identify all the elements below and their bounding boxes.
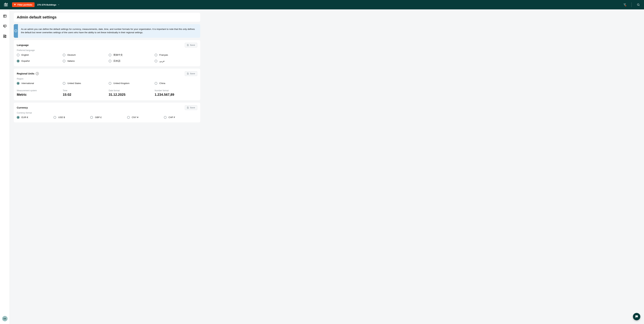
regional-kv-row: Measurement system Metric Time 15:02 Dat… bbox=[17, 90, 197, 96]
language-option[interactable]: 日本語 bbox=[109, 60, 151, 62]
regional-option-label: United Kingdom bbox=[113, 82, 130, 84]
language-option-label: English bbox=[22, 54, 29, 56]
regional-save-label: Save bbox=[190, 72, 195, 75]
title-card: Admin default settings bbox=[14, 13, 200, 22]
kv-number-value: 1.234.567,89 bbox=[155, 93, 197, 96]
kv-date-label: Date format bbox=[109, 90, 151, 92]
language-option-label: 简体中文 bbox=[113, 54, 123, 56]
avatar[interactable]: AA bbox=[2, 316, 8, 321]
table-icon bbox=[3, 14, 7, 18]
regional-option-label: United States bbox=[68, 82, 81, 84]
kv-date-value: 31.12.2025 bbox=[109, 93, 151, 96]
sidebar-nav-table[interactable] bbox=[2, 14, 8, 19]
currency-option-label: CHF ₣ bbox=[168, 116, 175, 118]
language-option[interactable]: 简体中文 bbox=[109, 54, 151, 56]
avatar-initials: AA bbox=[4, 318, 6, 320]
regional-card: Regional Units i Save Region Internation… bbox=[14, 68, 200, 100]
radio-indicator bbox=[155, 82, 157, 85]
regional-title: Regional Units bbox=[17, 72, 34, 75]
language-option[interactable]: Français bbox=[155, 54, 197, 56]
bookmarks-button[interactable] bbox=[622, 2, 628, 8]
svg-point-0 bbox=[637, 4, 639, 6]
regional-sublabel: Region bbox=[17, 78, 197, 80]
currency-option-label: USD $ bbox=[58, 116, 65, 118]
radio-indicator bbox=[63, 60, 66, 62]
currency-option[interactable]: CHF ₣ bbox=[164, 116, 197, 119]
radio-indicator bbox=[17, 82, 20, 85]
left-sidebar: AA bbox=[0, 10, 10, 324]
currency-option[interactable]: CNY ¥ bbox=[127, 116, 160, 119]
topbar: Filter portfolio 276 /276 Buildings bbox=[0, 0, 644, 10]
regional-option-label: International bbox=[22, 82, 34, 84]
currency-save-button[interactable]: Save bbox=[185, 105, 197, 110]
language-option[interactable]: Italiano bbox=[63, 60, 105, 62]
currency-option[interactable]: USD $ bbox=[54, 116, 87, 119]
currency-title: Currency bbox=[17, 106, 28, 109]
currency-option-label: GBP £ bbox=[95, 116, 102, 118]
kv-date: Date format 31.12.2025 bbox=[109, 90, 151, 96]
filter-portfolio-label: Filter portfolio bbox=[18, 4, 32, 6]
currency-option[interactable]: EUR € bbox=[17, 116, 50, 119]
regional-options: InternationalUnited StatesUnited Kingdom… bbox=[17, 82, 197, 85]
currency-option-label: CNY ¥ bbox=[132, 116, 138, 118]
radio-indicator bbox=[17, 54, 20, 56]
info-banner-text: As an admin you can define the default s… bbox=[18, 24, 200, 38]
language-option[interactable]: English bbox=[17, 54, 59, 56]
kv-measurement: Measurement system Metric bbox=[17, 90, 59, 96]
radio-indicator bbox=[155, 60, 157, 62]
shapes-icon bbox=[3, 34, 7, 38]
currency-option-label: EUR € bbox=[22, 116, 28, 118]
radio-indicator bbox=[109, 60, 111, 62]
chat-icon bbox=[635, 315, 638, 318]
building-count-text: 276 /276 Buildings bbox=[37, 4, 56, 6]
language-option[interactable]: Español bbox=[17, 60, 59, 62]
radio-indicator bbox=[90, 116, 93, 119]
filter-portfolio-button[interactable]: Filter portfolio bbox=[12, 2, 34, 7]
regional-option[interactable]: United States bbox=[63, 82, 105, 85]
info-banner-stripe bbox=[14, 24, 18, 38]
language-sublabel: Preferred language bbox=[17, 49, 197, 52]
kv-time-value: 15:02 bbox=[63, 93, 105, 96]
language-options: EnglishDeutsch简体中文FrançaisEspañolItalian… bbox=[17, 54, 197, 62]
save-icon bbox=[187, 44, 189, 46]
search-button[interactable] bbox=[635, 2, 641, 8]
kv-measurement-label: Measurement system bbox=[17, 90, 59, 92]
currency-options: EUR €USD $GBP £CNY ¥CHF ₣ bbox=[17, 116, 197, 119]
search-icon bbox=[637, 3, 640, 6]
language-option-label: عربي bbox=[159, 60, 165, 62]
kv-time: Time 15:02 bbox=[63, 90, 105, 96]
regional-info-icon[interactable]: i bbox=[36, 72, 39, 75]
radio-indicator bbox=[63, 82, 66, 85]
language-save-button[interactable]: Save bbox=[185, 43, 197, 48]
regional-save-button[interactable]: Save bbox=[185, 71, 197, 76]
radio-indicator bbox=[17, 116, 20, 119]
regional-option[interactable]: International bbox=[17, 82, 59, 85]
language-option-label: Deutsch bbox=[68, 54, 76, 56]
monitor-icon bbox=[3, 24, 7, 28]
currency-option[interactable]: GBP £ bbox=[90, 116, 124, 119]
star-badge-icon bbox=[625, 5, 626, 6]
chat-launcher[interactable] bbox=[633, 313, 640, 320]
kv-number: Number format 1.234.567,89 bbox=[155, 90, 197, 96]
language-save-label: Save bbox=[190, 44, 195, 46]
radio-indicator bbox=[155, 54, 157, 56]
currency-sublabel: Currency format bbox=[17, 112, 197, 114]
regional-option[interactable]: United Kingdom bbox=[109, 82, 151, 85]
radio-indicator bbox=[109, 82, 111, 85]
language-option-label: 日本語 bbox=[113, 60, 120, 62]
info-banner: As an admin you can define the default s… bbox=[14, 24, 200, 38]
sidebar-nav-monitor[interactable] bbox=[2, 24, 8, 29]
app-logo[interactable] bbox=[3, 2, 10, 7]
content-scroll[interactable]: Admin default settings As an admin you c… bbox=[10, 10, 644, 324]
page-title: Admin default settings bbox=[17, 15, 197, 20]
chevron-down-icon bbox=[58, 4, 60, 6]
filter-icon bbox=[14, 4, 16, 6]
radio-indicator bbox=[17, 60, 20, 62]
building-count-dropdown[interactable]: 276 /276 Buildings bbox=[37, 4, 60, 6]
language-option[interactable]: عربي bbox=[155, 60, 197, 62]
regional-option[interactable]: China bbox=[155, 82, 197, 85]
sidebar-nav-widgets[interactable] bbox=[2, 34, 8, 39]
radio-indicator bbox=[164, 116, 166, 119]
language-title: Language bbox=[17, 44, 29, 46]
language-option[interactable]: Deutsch bbox=[63, 54, 105, 56]
